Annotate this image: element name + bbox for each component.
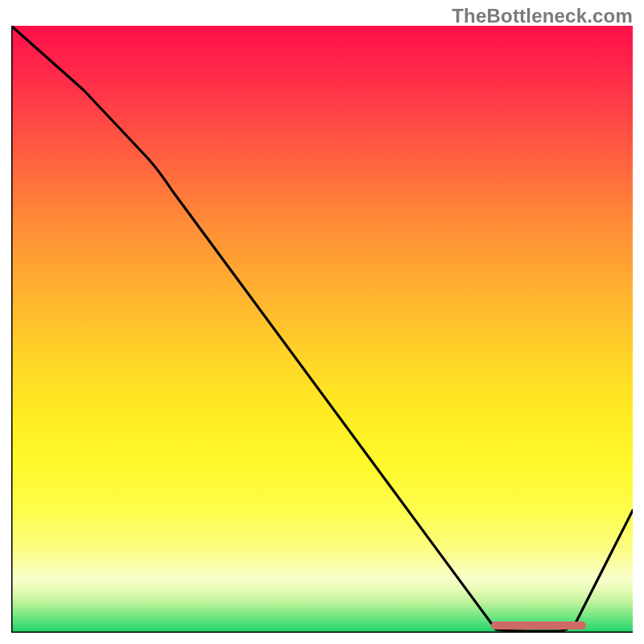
watermark-text: TheBottleneck.com <box>452 5 633 27</box>
chart-container: TheBottleneck.com <box>0 0 644 644</box>
optimal-range-marker <box>491 621 586 630</box>
plot-background-gradient <box>11 26 633 633</box>
